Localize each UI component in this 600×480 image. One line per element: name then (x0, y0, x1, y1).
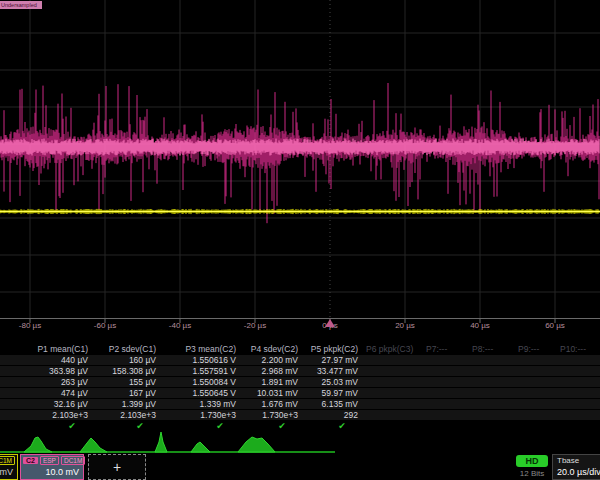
measurement-value: 440 µV (18, 355, 88, 365)
hd-bits-label: 12 Bits (512, 469, 552, 478)
measurement-header-P2[interactable]: P2 sdev(C1) (86, 344, 156, 354)
trend-peak (24, 437, 52, 452)
c2-scale-value: 10.0 mV (21, 467, 83, 477)
measurement-value: 27.97 mV (288, 355, 358, 365)
timebase-title: Tbase (553, 455, 600, 465)
measurement-value: 263 µV (18, 377, 88, 387)
channel-c1-descriptor[interactable]: DC1M 10.0 mV (0, 454, 18, 480)
add-channel-button[interactable]: + (88, 454, 146, 480)
time-axis-tick-label: 20 µs (383, 321, 427, 330)
trigger-position-icon[interactable] (325, 319, 335, 327)
measurement-header-inactive[interactable]: P9:--- (518, 344, 539, 354)
measurement-header-P5[interactable]: P5 pkpk(C2) (288, 344, 358, 354)
undersampled-warning-badge: Undersampled (0, 1, 42, 9)
measurement-value: 1.399 µV (86, 399, 156, 409)
trend-peak (238, 437, 275, 452)
measurement-value: 1.339 mV (166, 399, 236, 409)
measurement-value: 2.103e+3 (18, 410, 88, 420)
measurement-value: 474 µV (18, 388, 88, 398)
measurement-header-P3[interactable]: P3 mean(C2) (166, 344, 236, 354)
c2-esp-chip: ESP (40, 456, 59, 465)
measurement-value: 33.477 mV (288, 366, 358, 376)
measurement-value: 32.16 µV (18, 399, 88, 409)
measurement-value: 59.97 mV (288, 388, 358, 398)
time-axis-tick-label: -40 µs (158, 321, 202, 330)
measurement-header-P1[interactable]: P1 mean(C1) (18, 344, 88, 354)
measurement-value: 1.730e+3 (166, 410, 236, 420)
measurement-value: 1.550616 V (166, 355, 236, 365)
time-axis-tick-label: -20 µs (233, 321, 277, 330)
trend-peak (155, 432, 167, 452)
measurement-value: 363.98 µV (18, 366, 88, 376)
measurement-value: 155 µV (86, 377, 156, 387)
time-axis-tick-label: -80 µs (8, 321, 52, 330)
trend-peak (80, 438, 107, 452)
measurement-value: 2.103e+3 (86, 410, 156, 420)
measurement-value: 6.135 mV (288, 399, 358, 409)
measurement-value: 1.550645 V (166, 388, 236, 398)
measurement-value: 292 (288, 410, 358, 420)
oscilloscope-screen: Undersampled -80 µs-60 µs-40 µs-20 µs0 µ… (0, 0, 600, 480)
measurement-value: 160 µV (86, 355, 156, 365)
measurement-header-inactive[interactable]: P10:--- (560, 344, 586, 354)
time-axis-tick-label: 40 µs (458, 321, 502, 330)
measurement-header-inactive[interactable]: P8:--- (472, 344, 493, 354)
c1-coupling-chip: DC1M (0, 456, 15, 465)
c2-coupling-chip: DC1M (61, 456, 85, 465)
trend-peak (191, 442, 210, 452)
time-axis-tick-label: -60 µs (83, 321, 127, 330)
measurement-value: 167 µV (86, 388, 156, 398)
timebase-value: 20.0 µs/div (553, 465, 600, 477)
timebase-descriptor[interactable]: Tbase 20.0 µs/div (552, 454, 600, 480)
channel-c2-descriptor[interactable]: C2 ESP DC1M 10.0 mV (20, 454, 84, 480)
c1-scale-value: 10.0 mV (0, 467, 17, 477)
measurement-value: 25.03 mV (288, 377, 358, 387)
measurement-header-inactive[interactable]: P7:--- (426, 344, 447, 354)
measurement-value: 1.557591 V (166, 366, 236, 376)
hd-mode-badge[interactable]: HD (516, 455, 548, 467)
measurement-header-inactive[interactable]: P6 pkpk(C3) (366, 344, 413, 354)
measurement-value: 158.308 µV (86, 366, 156, 376)
c2-channel-tab[interactable]: C2 (23, 457, 38, 464)
waveform-grid (0, 0, 600, 336)
measurement-value: 1.550084 V (166, 377, 236, 387)
time-axis-tick-label: 60 µs (533, 321, 577, 330)
